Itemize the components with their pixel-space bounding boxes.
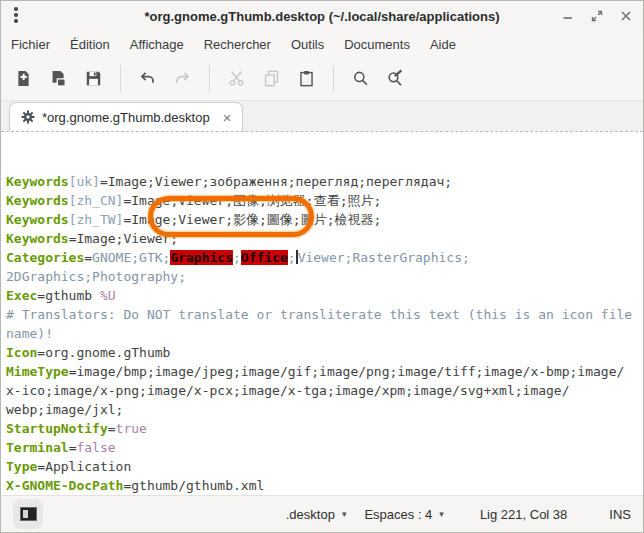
code-segment: Categories <box>6 250 84 265</box>
filetype-dropdown[interactable]: .desktop ▾ <box>286 507 347 522</box>
menu-item-affichage[interactable]: Affichage <box>120 33 194 56</box>
code-line: name)! <box>6 324 643 343</box>
filetype-label: .desktop <box>286 507 335 522</box>
menu-item-rechercher[interactable]: Rechercher <box>194 33 281 56</box>
code-line: Keywords[uk]=Image;Viewer;зображення;пер… <box>6 172 643 191</box>
input-mode-label: INS <box>609 507 631 522</box>
menu-item-edition[interactable]: Édition <box>60 33 120 56</box>
code-line: Icon=org.gnome.gThumb <box>6 343 643 362</box>
cursor-position[interactable]: Lig 221, Col 38 <box>480 507 567 522</box>
code-segment: =org.gnome.gThumb <box>37 345 170 360</box>
paste-button[interactable] <box>289 64 324 94</box>
save-icon <box>84 69 103 88</box>
code-segment: =Image;Viewer; <box>69 231 179 246</box>
open-document-button[interactable] <box>41 64 76 94</box>
window-title: *org.gnome.gThumb.desktop (~/.local/shar… <box>1 9 643 24</box>
code-segment: ; <box>288 250 296 265</box>
code-content: Keywords[uk]=Image;Viewer;зображення;пер… <box>6 172 643 495</box>
code-segment: Terminal <box>6 440 69 455</box>
close-icon <box>620 10 632 22</box>
gedit-window: *org.gnome.gThumb.desktop (~/.local/shar… <box>0 0 644 533</box>
tab-close-button[interactable]: × <box>223 110 232 125</box>
titlebar[interactable]: *org.gnome.gThumb.desktop (~/.local/shar… <box>1 1 643 31</box>
code-segment: %U <box>100 288 116 303</box>
code-segment: ; <box>233 250 241 265</box>
open-document-icon <box>49 69 68 88</box>
cut-icon <box>227 69 246 88</box>
tab-label: *org.gnome.gThumb.desktop <box>42 110 210 125</box>
code-segment: true <box>116 421 147 436</box>
new-document-icon <box>14 69 33 88</box>
save-button[interactable] <box>76 64 111 94</box>
code-segment: [uk] <box>69 174 100 189</box>
code-segment: Keywords <box>6 231 69 246</box>
code-segment: GNOME;GTK; <box>92 250 170 265</box>
tab-width-label: Espaces : 4 <box>364 507 432 522</box>
tabbar: *org.gnome.gThumb.desktop × <box>1 101 643 131</box>
code-segment: webp;image/jxl; <box>6 402 123 417</box>
copy-icon <box>262 69 281 88</box>
code-segment: =Image;Viewer;зображення;перегляд;перегл… <box>100 174 452 189</box>
side-panel-icon <box>20 507 37 521</box>
search-icon <box>351 69 370 88</box>
input-mode[interactable]: INS <box>609 507 631 522</box>
code-line: X-GNOME-DocPath=gthumb/gthumb.xml <box>6 476 643 495</box>
code-line: Type=Application <box>6 457 643 476</box>
menubar: Fichier Édition Affichage Rechercher Out… <box>1 31 643 57</box>
menu-item-documents[interactable]: Documents <box>334 33 420 56</box>
code-line: Categories=GNOME;GTK;Graphics;Office;Vie… <box>6 248 643 267</box>
minimize-icon <box>562 10 574 22</box>
code-segment: =gthumb/gthumb.xml <box>123 478 264 493</box>
code-segment: MimeType <box>6 364 69 379</box>
minimize-button[interactable] <box>561 9 575 23</box>
code-line: Keywords[zh_TW]=Image;Viewer;影像;圖像;圖片;檢視… <box>6 210 643 229</box>
menu-item-outils[interactable]: Outils <box>281 33 334 56</box>
code-segment: = <box>108 421 116 436</box>
code-segment: Keywords <box>6 212 69 227</box>
window-controls <box>561 1 633 31</box>
code-segment: Office <box>241 250 288 265</box>
paste-icon <box>297 69 316 88</box>
toolbar-separator <box>333 65 334 93</box>
code-segment: 2DGraphics;Photography; <box>6 269 186 284</box>
code-line: 2DGraphics;Photography; <box>6 267 643 286</box>
search-button[interactable] <box>343 64 378 94</box>
redo-button[interactable] <box>165 64 200 94</box>
tab-width-dropdown[interactable]: Espaces : 4 ▾ <box>364 507 443 522</box>
code-segment: =Image;Viewer;影像;圖像;圖片;檢視器; <box>123 212 381 227</box>
cut-button[interactable] <box>219 64 254 94</box>
toolbar <box>1 57 643 101</box>
code-line: Exec=gthumb %U <box>6 286 643 305</box>
code-segment: =image/bmp;image/jpeg;image/gif;image/pn… <box>69 364 625 379</box>
close-button[interactable] <box>619 9 633 23</box>
code-segment: x-ico;image/x-png;image/x-pcx;image/x-tg… <box>6 383 570 398</box>
find-replace-button[interactable] <box>378 64 413 94</box>
toolbar-separator <box>209 65 210 93</box>
code-segment: =Image;Viewer;图像;浏览器;查看;照片; <box>123 193 381 208</box>
code-segment: name)! <box>6 326 53 341</box>
text-editor-area[interactable]: Keywords[uk]=Image;Viewer;зображення;пер… <box>1 131 643 495</box>
undo-icon <box>138 69 157 88</box>
menu-item-fichier[interactable]: Fichier <box>1 33 60 56</box>
undo-button[interactable] <box>130 64 165 94</box>
code-line: webp;image/jxl; <box>6 400 643 419</box>
new-document-button[interactable] <box>6 64 41 94</box>
code-segment: =Application <box>37 459 131 474</box>
code-segment: Viewer;RasterGraphics; <box>298 250 470 265</box>
tab-org-gnome-gthumb-desktop[interactable]: *org.gnome.gThumb.desktop × <box>9 102 243 131</box>
restore-button[interactable] <box>590 9 604 23</box>
code-segment: Exec <box>6 288 37 303</box>
code-line: MimeType=image/bmp;image/jpeg;image/gif;… <box>6 362 643 381</box>
statusbar: .desktop ▾ Espaces : 4 ▾ Lig 221, Col 38… <box>1 495 643 532</box>
side-panel-toggle-button[interactable] <box>13 499 43 529</box>
code-segment: [zh_TW] <box>69 212 124 227</box>
code-line: Terminal=false <box>6 438 643 457</box>
find-replace-icon <box>386 69 405 88</box>
code-segment: StartupNotify <box>6 421 108 436</box>
menu-item-aide[interactable]: Aide <box>420 33 466 56</box>
code-segment: Keywords <box>6 193 69 208</box>
code-segment: Icon <box>6 345 37 360</box>
code-segment: Graphics <box>170 250 233 265</box>
gear-icon <box>21 110 35 124</box>
copy-button[interactable] <box>254 64 289 94</box>
